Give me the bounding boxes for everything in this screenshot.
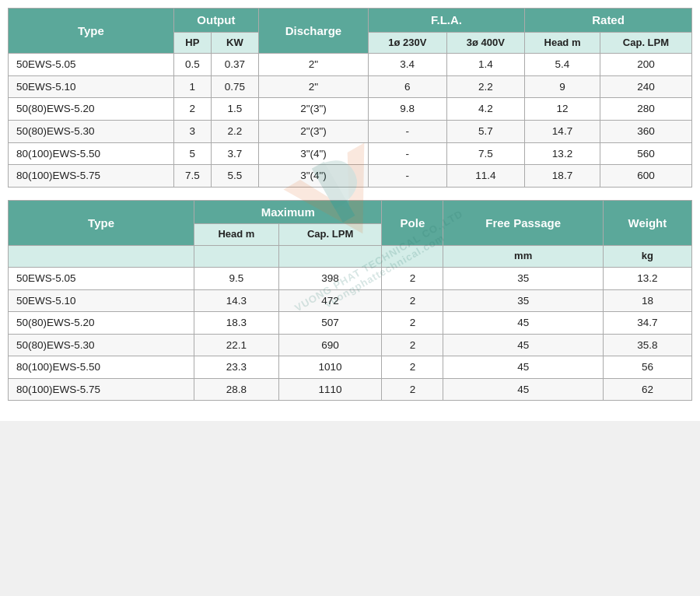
- t2-cell-fp: 45: [443, 334, 603, 356]
- t2-sub-kg: kg: [603, 246, 691, 268]
- t2-cell-cap: 1110: [278, 378, 382, 401]
- t2-cell-weight: 18: [603, 289, 691, 312]
- t2-cell-head: 18.3: [194, 312, 279, 335]
- t1-cell-hp: 1: [173, 75, 211, 98]
- t1-cell-fla1: -: [368, 142, 446, 165]
- t1-cell-head: 14.7: [525, 121, 600, 143]
- t1-cell-cap: 600: [600, 165, 691, 188]
- t1-cell-kw: 3.7: [211, 142, 258, 165]
- t1-cell-head: 13.2: [525, 142, 600, 165]
- table2-row: 80(100)EWS-5.50 23.3 1010 2 45 56: [9, 356, 692, 379]
- t2-cell-weight: 62: [603, 378, 691, 401]
- t1-cell-cap: 280: [600, 98, 691, 121]
- t2-cell-weight: 35.8: [603, 334, 691, 356]
- t2-header-pole: Pole: [382, 200, 443, 245]
- t2-cell-pole: 2: [382, 334, 443, 356]
- t2-cell-type: 50(80)EWS-5.30: [9, 334, 194, 356]
- t2-cell-cap: 1010: [278, 356, 382, 379]
- page-wrapper: VUONG PHAT TECHNICAL CO.,LTD vuongphatte…: [0, 0, 700, 421]
- t2-cell-type: 50(80)EWS-5.20: [9, 312, 194, 335]
- table2: Type Maximum Pole Free Passage Weight He…: [8, 200, 692, 401]
- t1-cell-head: 5.4: [525, 54, 600, 76]
- t1-cell-cap: 240: [600, 75, 691, 98]
- table1-row: 80(100)EWS-5.75 7.5 5.5 3"(4") - 11.4 18…: [9, 165, 692, 188]
- table1-row: 50(80)EWS-5.30 3 2.2 2"(3") - 5.7 14.7 3…: [9, 121, 692, 143]
- t1-header-type: Type: [9, 9, 174, 54]
- t2-header-maximum: Maximum: [194, 200, 382, 224]
- t2-cell-head: 14.3: [194, 289, 279, 312]
- t2-cell-pole: 2: [382, 289, 443, 312]
- t2-header-weight: Weight: [603, 200, 691, 245]
- table2-row: 50(80)EWS-5.30 22.1 690 2 45 35.8: [9, 334, 692, 356]
- t1-cell-type: 50(80)EWS-5.20: [9, 98, 174, 121]
- table1: Type Output Discharge F.L.A. Rated HP KW…: [8, 8, 692, 188]
- t1-cell-kw: 0.37: [211, 54, 258, 76]
- t2-sub-caplpm: Cap. LPM: [278, 224, 382, 246]
- t2-cell-head: 22.1: [194, 334, 279, 356]
- table1-row: 50EWS-5.10 1 0.75 2" 6 2.2 9 240: [9, 75, 692, 98]
- t1-sub-head: Head m: [525, 32, 600, 54]
- t1-sub-fla1: 1ø 230V: [368, 32, 446, 54]
- t2-cell-pole: 2: [382, 312, 443, 335]
- t1-cell-type: 50(80)EWS-5.30: [9, 121, 174, 143]
- t2-cell-weight: 13.2: [603, 267, 691, 289]
- t1-cell-head: 18.7: [525, 165, 600, 188]
- t1-cell-fla1: -: [368, 121, 446, 143]
- t2-sub-blank-type: [9, 246, 194, 268]
- t2-sub-blank-head: [194, 246, 279, 268]
- t1-sub-hp: HP: [173, 32, 211, 54]
- t1-cell-inch: 2"(3"): [258, 98, 368, 121]
- t1-cell-inch: 3"(4"): [258, 165, 368, 188]
- t2-sub-mm: mm: [443, 246, 603, 268]
- t2-sub-blank-cap: [278, 246, 382, 268]
- t1-cell-hp: 7.5: [173, 165, 211, 188]
- t1-cell-kw: 0.75: [211, 75, 258, 98]
- t2-cell-fp: 45: [443, 312, 603, 335]
- t2-cell-pole: 2: [382, 356, 443, 379]
- t2-cell-pole: 2: [382, 267, 443, 289]
- t1-cell-type: 80(100)EWS-5.75: [9, 165, 174, 188]
- t2-cell-fp: 45: [443, 356, 603, 379]
- t2-cell-type: 80(100)EWS-5.50: [9, 356, 194, 379]
- t1-cell-cap: 200: [600, 54, 691, 76]
- t2-cell-head: 28.8: [194, 378, 279, 401]
- t1-cell-inch: 2"(3"): [258, 121, 368, 143]
- t2-cell-head: 23.3: [194, 356, 279, 379]
- t1-sub-kw: KW: [211, 32, 258, 54]
- t2-cell-type: 80(100)EWS-5.75: [9, 378, 194, 401]
- t1-cell-fla3: 7.5: [446, 142, 525, 165]
- t1-cell-fla1: 6: [368, 75, 446, 98]
- table2-row: 50(80)EWS-5.20 18.3 507 2 45 34.7: [9, 312, 692, 335]
- t1-cell-type: 50EWS-5.10: [9, 75, 174, 98]
- t1-cell-hp: 3: [173, 121, 211, 143]
- t1-cell-fla3: 1.4: [446, 54, 525, 76]
- t1-cell-fla3: 11.4: [446, 165, 525, 188]
- table1-row: 80(100)EWS-5.50 5 3.7 3"(4") - 7.5 13.2 …: [9, 142, 692, 165]
- t1-cell-kw: 1.5: [211, 98, 258, 121]
- t2-cell-fp: 45: [443, 378, 603, 401]
- t1-header-rated: Rated: [525, 9, 692, 33]
- t1-cell-hp: 5: [173, 142, 211, 165]
- t1-cell-head: 9: [525, 75, 600, 98]
- table2-row: 80(100)EWS-5.75 28.8 1110 2 45 62: [9, 378, 692, 401]
- t2-sub-blank-pole: [382, 246, 443, 268]
- t2-cell-weight: 34.7: [603, 312, 691, 335]
- t2-cell-cap: 472: [278, 289, 382, 312]
- t1-cell-fla1: 3.4: [368, 54, 446, 76]
- t1-cell-hp: 0.5: [173, 54, 211, 76]
- t1-cell-inch: 2": [258, 75, 368, 98]
- t1-cell-fla1: -: [368, 165, 446, 188]
- table2-row: 50EWS-5.05 9.5 398 2 35 13.2: [9, 267, 692, 289]
- t1-header-output: Output: [173, 9, 258, 33]
- t1-sub-cap: Cap. LPM: [600, 32, 691, 54]
- t1-cell-head: 12: [525, 98, 600, 121]
- t1-cell-inch: 2": [258, 54, 368, 76]
- t2-cell-weight: 56: [603, 356, 691, 379]
- t1-cell-hp: 2: [173, 98, 211, 121]
- t1-cell-fla3: 5.7: [446, 121, 525, 143]
- t2-cell-cap: 507: [278, 312, 382, 335]
- t2-header-type: Type: [9, 200, 194, 245]
- table1-row: 50EWS-5.05 0.5 0.37 2" 3.4 1.4 5.4 200: [9, 54, 692, 76]
- t1-header-fla: F.L.A.: [368, 9, 524, 33]
- t1-cell-type: 50EWS-5.05: [9, 54, 174, 76]
